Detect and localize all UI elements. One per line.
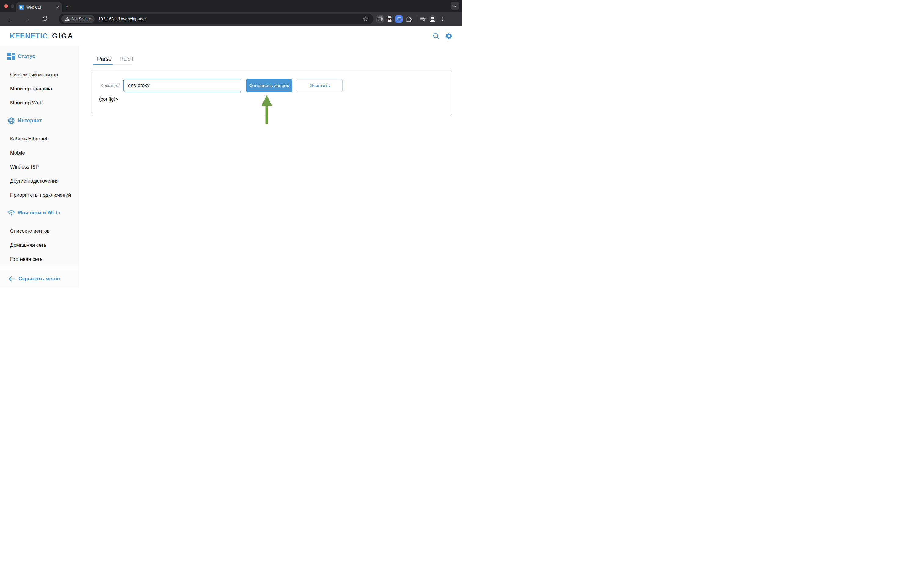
tab-rest[interactable]: REST: [120, 56, 134, 62]
sidebar-item-wifi-monitor[interactable]: Монитор Wi-Fi: [0, 96, 80, 110]
settings-button[interactable]: [445, 32, 453, 40]
star-icon: [363, 16, 369, 22]
profile-avatar-button[interactable]: [429, 15, 437, 23]
sidebar-item-client-list[interactable]: Список клиентов: [0, 224, 80, 238]
browser-menu-button[interactable]: [439, 15, 447, 23]
brand-keenetic: KEENETIC: [10, 32, 48, 40]
person-icon: [429, 15, 437, 23]
minimize-window-button[interactable]: [11, 4, 14, 8]
tab-search-button[interactable]: [451, 2, 459, 10]
tab-title: Web CLI: [26, 5, 54, 10]
forward-button[interactable]: →: [22, 14, 33, 24]
sidebar-section-internet: Интернет Кабель Ethernet Mobile Wireless…: [0, 115, 80, 202]
reload-icon: [42, 16, 48, 22]
search-button[interactable]: [432, 32, 440, 40]
brand-model: GIGA: [52, 32, 74, 40]
new-tab-button[interactable]: +: [64, 3, 72, 10]
json-viewer-extension-button[interactable]: [386, 15, 394, 23]
site-favicon: K: [19, 5, 24, 10]
brand-logo: KEENETIC GIGA: [10, 32, 74, 40]
sidebar-header-my-networks[interactable]: Мои сети и Wi-Fi: [0, 207, 80, 218]
sidebar-section-my-networks: Мои сети и Wi-Fi Список клиентов Домашня…: [0, 207, 80, 266]
browser-toolbar: ← → Not Secure 192.168.1.1/webcli/parse: [0, 12, 462, 26]
sidebar-item-traffic-monitor[interactable]: Монитор трафика: [0, 82, 80, 96]
sidebar-item-system-monitor[interactable]: Системный монитор: [0, 67, 80, 82]
hide-menu-label: Скрывать меню: [18, 276, 60, 282]
send-request-button[interactable]: Отправить запрос: [246, 79, 292, 92]
tab-close-icon[interactable]: ✕: [56, 5, 59, 10]
sidebar-item-wireless-isp[interactable]: Wireless ISP: [0, 160, 80, 174]
security-chip[interactable]: Not Secure: [61, 15, 95, 23]
sidebar-section-label: Интернет: [18, 118, 42, 124]
url-text[interactable]: 192.168.1.1/webcli/parse: [98, 16, 362, 21]
chevron-down-icon: [452, 3, 458, 9]
measure-extension-button[interactable]: [396, 15, 403, 22]
warning-icon: [65, 17, 70, 21]
extensions-row: [376, 15, 447, 23]
sidebar-section-status: Статус Системный монитор Монитор трафика…: [0, 51, 80, 110]
sidebar-item-connection-priorities[interactable]: Приоритеты подключений: [0, 188, 80, 202]
command-input[interactable]: [123, 79, 242, 92]
playlist-music-icon: [420, 16, 426, 22]
active-tab-indicator: [93, 64, 113, 65]
dashboard-icon: [7, 53, 15, 61]
close-window-button[interactable]: [4, 4, 8, 8]
router-admin-page: KEENETIC GIGA: [0, 26, 462, 288]
app-body: Статус Системный монитор Монитор трафика…: [0, 46, 462, 288]
security-label: Not Secure: [72, 17, 91, 21]
browser-window: K Web CLI ✕ + ← →: [0, 0, 462, 288]
masked-document-icon: [386, 16, 393, 22]
app-header: KEENETIC GIGA: [0, 26, 462, 46]
react-atom-icon: [377, 16, 383, 22]
browser-tab-strip: K Web CLI ✕ +: [0, 0, 462, 12]
webcli-content: Parse REST Команда Отправить запрос Очис…: [80, 46, 462, 288]
sidebar-section-label: Статус: [18, 53, 35, 59]
webcli-tabs: Parse REST: [97, 56, 134, 62]
sidebar-item-other-connections[interactable]: Другие подключения: [0, 174, 80, 188]
extensions-menu-button[interactable]: [405, 15, 413, 23]
header-actions: [432, 32, 453, 40]
sidebar-item-ethernet-cable[interactable]: Кабель Ethernet: [0, 132, 80, 146]
annotation-arrow-up: [261, 94, 273, 125]
tab-underline: [93, 64, 132, 65]
clear-button[interactable]: Очистить: [297, 79, 343, 92]
gear-icon: [445, 32, 453, 40]
puzzle-icon: [405, 16, 412, 22]
tab-parse[interactable]: Parse: [97, 56, 112, 62]
sidebar-section-label: Мои сети и Wi-Fi: [18, 210, 60, 216]
kebab-menu-icon: [439, 16, 445, 22]
reload-button[interactable]: [40, 14, 50, 24]
sidebar-header-internet[interactable]: Интернет: [0, 115, 80, 126]
bookmark-star-button[interactable]: [362, 15, 370, 23]
sidebar-menu: Статус Системный монитор Монитор трафика…: [0, 46, 80, 288]
sidebar-item-guest-network[interactable]: Гостевая сеть: [0, 252, 80, 266]
command-label: Команда: [101, 83, 120, 88]
hide-menu-button[interactable]: Скрывать меню: [0, 270, 80, 288]
wifi-icon: [7, 210, 15, 216]
cli-output-prompt: (config)>: [99, 96, 118, 102]
search-icon: [432, 32, 440, 40]
ruler-icon: [396, 16, 402, 22]
sidebar-item-home-network[interactable]: Домашняя сеть: [0, 238, 80, 252]
react-devtools-extension-button[interactable]: [376, 15, 384, 22]
arrow-left-icon: [8, 276, 16, 282]
sidebar-header-status[interactable]: Статус: [0, 51, 80, 62]
back-button[interactable]: ←: [5, 14, 15, 24]
address-bar[interactable]: Not Secure 192.168.1.1/webcli/parse: [59, 14, 373, 24]
sidebar-item-mobile[interactable]: Mobile: [0, 146, 80, 160]
browser-tab[interactable]: K Web CLI ✕: [16, 2, 62, 12]
globe-icon: [7, 117, 15, 125]
media-controls-button[interactable]: [419, 15, 427, 23]
